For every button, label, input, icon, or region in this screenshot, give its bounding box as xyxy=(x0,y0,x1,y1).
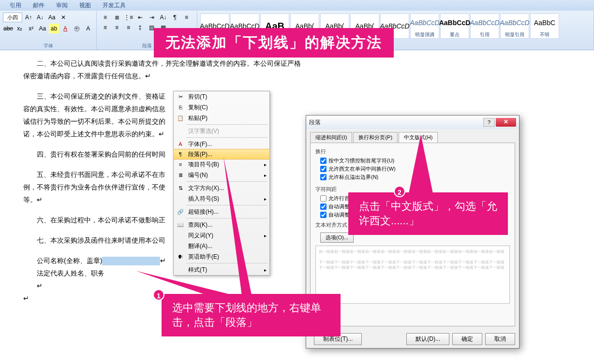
ctx-english[interactable]: 🗣英语助手(E) xyxy=(174,251,269,262)
line-spacing-button[interactable]: ‡ xyxy=(134,23,146,32)
tab-dev[interactable]: 开发工具 xyxy=(97,0,132,11)
font-icon: A xyxy=(177,141,184,147)
tab-view[interactable]: 视图 xyxy=(74,0,97,11)
dlg-tab-indent[interactable]: 缩进和间距(I) xyxy=(310,132,352,143)
phonetic-button[interactable]: ㊥ xyxy=(72,24,82,33)
font-group-label: 字体 xyxy=(0,43,96,49)
ctx-translate[interactable]: 翻译(A)... xyxy=(174,241,269,251)
sort-button[interactable]: A↓ xyxy=(158,13,169,22)
indent-inc-button[interactable]: ⇥ xyxy=(146,13,157,22)
ctx-reconvert[interactable]: 汉字重选(V) xyxy=(174,126,269,136)
chk-cjk-first-last[interactable]: 按中文习惯控制首尾字符(U) xyxy=(320,157,510,164)
dialog-help-button[interactable]: ? xyxy=(483,118,495,127)
context-menu: ✂剪切(T) ⎘复制(C) 📋粘贴(P) 汉字重选(V) A字体(F)... ¶… xyxy=(173,91,270,276)
align-justify-button[interactable]: ≡ xyxy=(123,23,134,32)
dlg-tab-chinese[interactable]: 中文版式(H) xyxy=(399,132,438,143)
scissors-icon: ✂ xyxy=(177,94,184,100)
indent-dec-button[interactable]: ⇤ xyxy=(134,13,146,22)
text-effect-button[interactable]: Aa xyxy=(37,24,48,33)
dialog-titlebar[interactable]: 段落 ? ✕ xyxy=(306,116,519,129)
shrink-font-button[interactable]: A↓ xyxy=(35,13,45,22)
ctx-copy[interactable]: ⎘复制(C) xyxy=(174,102,269,113)
grow-font-button[interactable]: A↑ xyxy=(23,13,34,22)
clear-format-button[interactable]: ✕ xyxy=(58,13,69,22)
paragraph-icon: ¶ xyxy=(177,151,184,157)
ribbon-tabs: 引用 邮件 审阅 视图 开发工具 xyxy=(0,0,594,11)
anno-box-1: 选中需要下划线的地方，右键单击，点击「段落」 xyxy=(162,294,341,336)
show-marks-button[interactable]: ¶ xyxy=(169,13,180,22)
tab-review[interactable]: 审阅 xyxy=(50,0,74,11)
font-size-select[interactable]: 小四 xyxy=(3,13,22,22)
style-item[interactable]: AaBbC不明 xyxy=(530,14,559,39)
ctx-synonym[interactable]: 同义词(Y)▸ xyxy=(174,230,269,241)
ctx-cut[interactable]: ✂剪切(T) xyxy=(174,91,269,102)
ctx-lookup[interactable]: 📖查阅(K)... xyxy=(174,219,269,230)
ctx-numbering[interactable]: ≣编号(N)▸ xyxy=(174,170,269,180)
ctx-font[interactable]: A字体(F)... xyxy=(174,139,269,149)
lookup-icon: 📖 xyxy=(177,222,184,228)
bullets-button[interactable]: ≡ xyxy=(100,13,111,22)
ctx-bullets[interactable]: ≡项目符号(B)▸ xyxy=(174,159,269,170)
numbering-button[interactable]: ≣ xyxy=(111,13,122,22)
doc-para[interactable]: 二、本公司已认真阅读贵行采购邀请文件，并完全理解邀请文件的内容。本公司保证严格保… xyxy=(23,57,306,82)
multilevel-button[interactable]: ⋮≡ xyxy=(123,13,134,22)
grp-charspace-label: 字符间距 xyxy=(315,186,510,193)
bullets-icon: ≡ xyxy=(177,161,184,167)
style-item[interactable]: AaBbCcD引用 xyxy=(470,14,499,39)
text-dir-icon: ⇅ xyxy=(177,185,184,191)
paste-icon: 📋 xyxy=(177,115,184,121)
default-button[interactable]: 默认(D)... xyxy=(406,333,449,345)
ctx-text-dir[interactable]: ⇅文字方向(X)... xyxy=(174,183,269,193)
document-body[interactable]: 二、本公司已认真阅读贵行采购邀请文件，并完全理解邀请文件的内容。本公司保证严格保… xyxy=(0,57,329,305)
ctx-symbol[interactable]: 插入符号(S)▸ xyxy=(174,193,269,204)
ctx-style[interactable]: 样式(T)▸ xyxy=(174,264,269,275)
change-case-button[interactable]: Aa xyxy=(46,13,57,22)
cancel-button[interactable]: 取消 xyxy=(485,333,515,345)
chk-allow-latin-break[interactable]: 允许西文在单词中间换行(W) xyxy=(320,165,510,173)
ctx-paragraph[interactable]: ¶段落(P)... xyxy=(173,149,270,160)
align-left-button[interactable]: ≡ xyxy=(181,13,192,22)
subscript-button[interactable]: x₂ xyxy=(15,24,25,33)
dialog-close-button[interactable]: ✕ xyxy=(496,118,516,127)
tab-mail[interactable]: 邮件 xyxy=(27,0,50,11)
paragraph-preview: 前一段落前一段落前一段落前一段落前一段落前一段落前一段落前一段落前一段落前一段落… xyxy=(315,246,510,304)
strike-button[interactable]: abe xyxy=(3,24,14,33)
anno-marker-2: 2 xyxy=(394,186,405,197)
grp-wrap-label: 换行 xyxy=(315,148,510,155)
anno-marker-1: 1 xyxy=(153,289,164,301)
anno-title: 无法添加「下划线」的解决方法 xyxy=(154,28,394,58)
align-center-button[interactable]: ≡ xyxy=(100,23,111,32)
superscript-button[interactable]: x² xyxy=(26,24,37,33)
tab-ref[interactable]: 引用 xyxy=(4,0,27,11)
align-right-button[interactable]: ≡ xyxy=(111,23,122,32)
dlg-tab-linebreak[interactable]: 换行和分页(P) xyxy=(353,132,398,143)
ctx-paste[interactable]: 📋粘贴(P) xyxy=(174,113,269,123)
anno-box-2: 点击「中文版式」，勾选「允许西文......」 xyxy=(348,192,508,235)
numbering-icon: ≣ xyxy=(177,172,184,178)
english-icon: 🗣 xyxy=(177,254,184,260)
style-item[interactable]: AaBbCcD明显引用 xyxy=(500,14,529,39)
ctx-hyperlink[interactable]: 🔗超链接(H)... xyxy=(174,206,269,217)
chk-allow-punct-overflow[interactable]: 允许标点溢出边界(N) xyxy=(320,174,510,181)
style-item[interactable]: AaBbCcD明显强调 xyxy=(410,14,439,39)
border-button[interactable]: A xyxy=(83,24,93,33)
highlight-button[interactable]: ab xyxy=(49,24,59,33)
dialog-title: 段落 xyxy=(309,118,483,127)
style-item[interactable]: AaBbCcD要点 xyxy=(440,14,469,39)
selection-highlight[interactable] xyxy=(102,257,160,265)
link-icon: 🔗 xyxy=(177,209,184,215)
ok-button[interactable]: 确定 xyxy=(452,333,482,345)
copy-icon: ⎘ xyxy=(177,104,184,110)
font-color-button[interactable]: A xyxy=(60,24,71,33)
